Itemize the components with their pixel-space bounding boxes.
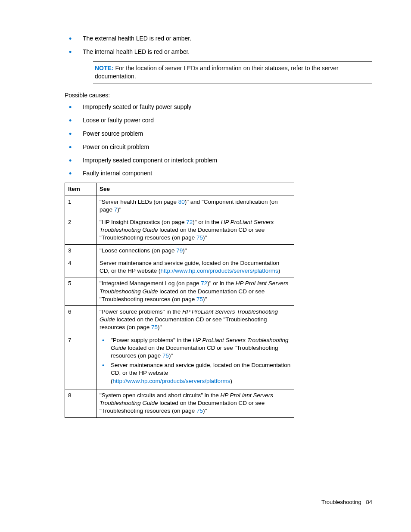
text: )" (183, 247, 187, 254)
page-link[interactable]: 75 (151, 324, 158, 330)
footer-section: Troubleshooting (321, 499, 361, 505)
cell-see: "Power source problems" in the HP ProLia… (97, 305, 294, 334)
text: )" (117, 206, 121, 213)
table-row: 5 "Integrated Management Log (on page 72… (65, 277, 294, 306)
header-item: Item (65, 183, 97, 196)
cell-see: "Server health LEDs (on page 80)" and "C… (97, 196, 294, 216)
url-link[interactable]: http://www.hp.com/products/servers/platf… (161, 268, 278, 274)
text: located on the Documentation CD or see "… (100, 316, 267, 330)
table-row: 1 "Server health LEDs (on page 80)" and … (65, 196, 294, 216)
list-item: "Power supply problems" in the HP ProLia… (100, 336, 291, 360)
nested-bullet-list: "Power supply problems" in the HP ProLia… (100, 336, 291, 385)
note-label: NOTE: (95, 65, 114, 72)
document-page: The external health LED is red or amber.… (0, 0, 411, 532)
text: )" (158, 324, 162, 330)
list-item: Power source problem (65, 130, 372, 138)
text: "Loose connections (on page (100, 247, 176, 254)
text: ) (278, 268, 280, 274)
possible-causes-heading: Possible causes: (65, 92, 372, 99)
text: )" or in the (193, 219, 221, 225)
table-row: 3 "Loose connections (on page 79)" (65, 244, 294, 257)
text: )" (203, 296, 207, 302)
cell-see: "Power supply problems" in the HP ProLia… (97, 334, 294, 389)
page-link[interactable]: 75 (196, 234, 203, 241)
list-item: Server maintenance and service guide, lo… (100, 361, 291, 385)
page-link[interactable]: 75 (162, 352, 169, 359)
cell-item: 3 (65, 244, 97, 257)
header-see: See (97, 183, 294, 196)
page-link[interactable]: 80 (178, 199, 185, 205)
cell-see: "System open circuits and short circuits… (97, 389, 294, 417)
text: )" (169, 352, 173, 359)
note-box: NOTE: For the location of server LEDs an… (93, 61, 372, 84)
footer-page-number: 84 (366, 499, 372, 505)
cell-see: Server maintenance and service guide, lo… (97, 257, 294, 277)
cell-see: "Integrated Management Log (on page 72)"… (97, 277, 294, 306)
page-footer: Troubleshooting 84 (321, 499, 372, 505)
text: )" (203, 234, 207, 241)
page-link[interactable]: 72 (186, 219, 193, 225)
list-item: Improperly seated or faulty power supply (65, 103, 372, 111)
cell-see: "HP Insight Diagnostics (on page 72)" or… (97, 216, 294, 244)
cell-item: 2 (65, 216, 97, 244)
cell-item: 6 (65, 305, 97, 334)
cell-item: 5 (65, 277, 97, 306)
table-row: 7 "Power supply problems" in the HP ProL… (65, 334, 294, 389)
url-link[interactable]: http://www.hp.com/products/servers/platf… (113, 378, 230, 384)
text: "Server health LEDs (on page (100, 199, 178, 205)
table-row: 2 "HP Insight Diagnostics (on page 72)" … (65, 216, 294, 244)
text: )" or in the (207, 280, 236, 286)
text: "System open circuits and short circuits… (100, 392, 220, 398)
top-bullet-list: The external health LED is red or amber.… (65, 34, 372, 56)
table-row: 8 "System open circuits and short circui… (65, 389, 294, 417)
text: "Power source problems" in the (100, 308, 182, 315)
list-item: The internal health LED is red or amber. (65, 48, 372, 56)
text: "Power supply problems" in the (111, 337, 193, 343)
page-link[interactable]: 75 (196, 296, 203, 302)
text: ) (230, 378, 233, 384)
cell-item: 8 (65, 389, 97, 417)
page-link[interactable]: 75 (196, 408, 203, 414)
reference-table: Item See 1 "Server health LEDs (on page … (65, 183, 294, 417)
cell-see: "Loose connections (on page 79)" (97, 244, 294, 257)
text: "HP Insight Diagnostics (on page (100, 219, 186, 225)
list-item: Power on circuit problem (65, 143, 372, 151)
table-row: 4 Server maintenance and service guide, … (65, 257, 294, 277)
note-text: For the location of server LEDs and info… (95, 65, 339, 80)
cell-item: 1 (65, 196, 97, 216)
page-link[interactable]: 79 (176, 247, 183, 254)
list-item: Loose or faulty power cord (65, 116, 372, 124)
list-item: The external health LED is red or amber. (65, 34, 372, 43)
causes-bullet-list: Improperly seated or faulty power supply… (65, 103, 372, 177)
list-item: Improperly seated component or interlock… (65, 156, 372, 165)
table-header-row: Item See (65, 183, 294, 196)
table-row: 6 "Power source problems" in the HP ProL… (65, 305, 294, 334)
list-item: Faulty internal component (65, 169, 372, 177)
text: located on the Documentation CD or see "… (111, 345, 278, 359)
text: )" (203, 408, 207, 414)
page-link[interactable]: 72 (201, 280, 207, 286)
text: "Integrated Management Log (on page (100, 280, 201, 286)
cell-item: 4 (65, 257, 97, 277)
cell-item: 7 (65, 334, 97, 389)
